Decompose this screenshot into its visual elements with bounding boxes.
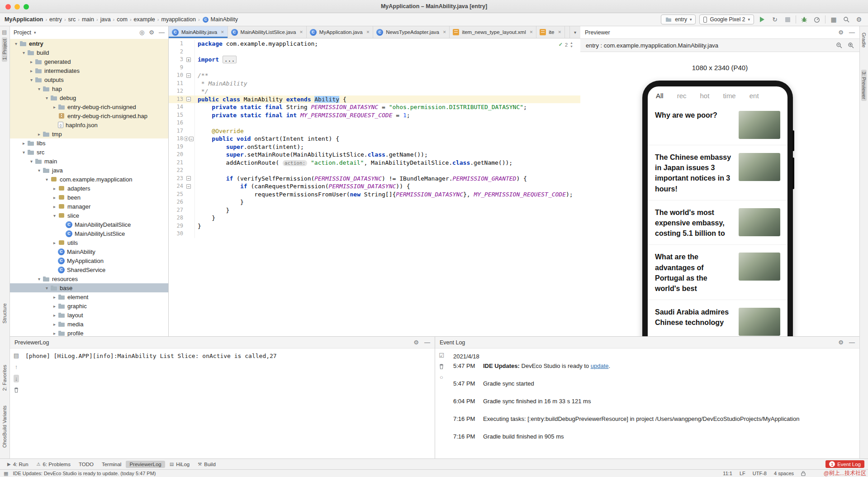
tree-toggle-icon[interactable]: ▾ — [20, 50, 27, 55]
breadcrumb-item[interactable]: java — [100, 16, 111, 23]
code-line[interactable]: 25 requestPermissionsFromUser(new String… — [169, 191, 580, 199]
toolwindow-button-terminal[interactable]: Terminal — [98, 461, 125, 468]
breadcrumb-item[interactable]: src — [68, 16, 76, 23]
breadcrumb-item[interactable]: myapplication — [161, 16, 196, 23]
toolwindow-button-4-run[interactable]: ▶4: Run — [4, 461, 32, 468]
settings-gear-icon[interactable]: ⚙ — [149, 29, 154, 36]
tree-item[interactable]: ▾com.example.myapplication — [10, 175, 168, 184]
breadcrumb-item[interactable]: com — [117, 16, 128, 23]
tree-item[interactable]: ▾build — [10, 48, 168, 57]
tree-item[interactable]: CSharedService — [10, 265, 168, 274]
code-line[interactable]: 23− if (verifySelfPermission(PERMISSION_… — [169, 175, 580, 183]
close-window-button[interactable] — [5, 4, 11, 10]
code-line[interactable]: 2 — [169, 48, 580, 56]
next-issue-icon[interactable]: ▼ — [570, 45, 573, 48]
run-button[interactable] — [758, 15, 767, 24]
tree-toggle-icon[interactable]: ▸ — [36, 132, 43, 137]
tree-toggle-icon[interactable]: ▾ — [20, 150, 27, 155]
settings-gear-icon[interactable]: ⚙ — [854, 15, 863, 24]
fold-icon[interactable]: − — [186, 97, 191, 101]
code-line[interactable]: 21 addActionRoute( action: "action.detai… — [169, 159, 580, 167]
code-line[interactable]: 17 @Override — [169, 127, 580, 135]
tree-item[interactable]: ▸utils — [10, 238, 168, 247]
line-ending-indicator[interactable]: LF — [740, 471, 745, 476]
tree-item[interactable]: ▾outputs — [10, 75, 168, 84]
tree-toggle-icon[interactable]: ▸ — [51, 105, 58, 110]
scroll-up-icon[interactable]: ↑ — [15, 363, 18, 370]
toolwindow-button-event-log[interactable]: 1 Event Log — [825, 460, 864, 468]
toolwindow-button-todo[interactable]: TODO — [75, 461, 97, 468]
code-line[interactable]: 14 private static final String PERMISSIO… — [169, 103, 580, 111]
tree-item[interactable]: ▾entry — [10, 39, 168, 48]
code-line[interactable]: 28 } — [169, 214, 580, 222]
breadcrumb-item[interactable]: CMainAbility — [202, 16, 238, 23]
status-message[interactable]: IDE Updates: DevEco Studio is ready to u… — [13, 471, 156, 476]
tree-item[interactable]: ▸entry-debug-rich-unsigned — [10, 102, 168, 111]
code-line[interactable]: 10−/** — [169, 72, 580, 80]
tree-toggle-icon[interactable]: ▸ — [51, 322, 58, 327]
editor-tab[interactable]: CMainAbility.java✕ — [169, 26, 228, 38]
toolwindow-button-gradle[interactable]: Gradle — [861, 33, 867, 48]
tree-toggle-icon[interactable]: ▸ — [51, 331, 58, 336]
tree-toggle-icon[interactable]: ▸ — [51, 313, 58, 318]
lock-icon[interactable] — [801, 471, 806, 476]
tree-item[interactable]: ▾hap — [10, 84, 168, 93]
code-editor[interactable]: 1package com.example.myapplication;23+im… — [169, 38, 580, 336]
code-line[interactable]: 13−public class MainAbility extends Abil… — [169, 95, 580, 104]
breadcrumb-item[interactable]: entry — [49, 16, 62, 23]
editor-tab[interactable]: item_news_type_layout.xml✕ — [450, 26, 536, 38]
tree-toggle-icon[interactable]: ▸ — [51, 295, 58, 300]
tree-toggle-icon[interactable]: ▸ — [51, 240, 58, 245]
editor-tab[interactable]: CNewsTypeAdapter.java✕ — [373, 26, 450, 38]
inspections-widget[interactable]: ✓ 2 ▲▼ — [559, 41, 573, 48]
quick-access-icon[interactable]: ▦ — [4, 471, 8, 477]
tree-toggle-icon[interactable]: ▸ — [20, 141, 27, 146]
filter-icon[interactable]: ▤ — [14, 352, 19, 359]
code-line[interactable]: 16 — [169, 119, 580, 127]
news-item[interactable]: What are the advantages of Portugal as t… — [648, 245, 787, 300]
fold-icon[interactable]: + — [186, 57, 191, 62]
tree-item[interactable]: ▾slice — [10, 211, 168, 220]
tab-overflow-chevron-icon[interactable]: ▾ — [569, 26, 580, 38]
code-line[interactable]: 20 super.setMainRoute(MainAbilityListSli… — [169, 151, 580, 159]
code-line[interactable]: 3+import ... — [169, 56, 580, 64]
search-icon[interactable] — [842, 15, 851, 24]
code-line[interactable]: 29} — [169, 222, 580, 230]
toolwindow-button-project[interactable]: 1: Project — [2, 37, 7, 62]
close-icon[interactable]: ✕ — [558, 30, 561, 34]
tree-toggle-icon[interactable]: ▾ — [51, 213, 58, 218]
tree-item[interactable]: ▾resources — [10, 274, 168, 283]
mark-all-read-icon[interactable]: ☑ — [439, 352, 444, 359]
scroll-to-end-icon[interactable]: ↓ — [14, 375, 19, 382]
news-item[interactable]: The Chinese embassy in Japan issues 3 im… — [648, 145, 787, 200]
tree-toggle-icon[interactable]: ▸ — [51, 204, 58, 209]
toolwindow-button-structure[interactable]: Structure — [2, 303, 7, 324]
caret-position[interactable]: 11:1 — [723, 471, 732, 476]
previewer-log-output[interactable]: [phone] [HiLog.APP][info]:MainAbility Li… — [23, 348, 435, 458]
tree-toggle-icon[interactable]: ▾ — [36, 86, 43, 91]
indent-indicator[interactable]: 4 spaces — [774, 471, 794, 476]
debug-button[interactable] — [800, 15, 809, 24]
code-line[interactable]: 24− if (canRequestPermission(PERMISSION_… — [169, 182, 580, 191]
code-line[interactable]: 9 — [169, 64, 580, 72]
code-line[interactable]: 26 } — [169, 198, 580, 206]
phone-tab[interactable]: hot — [700, 92, 710, 100]
settings-gear-icon[interactable]: ⚙ — [838, 339, 844, 346]
update-link[interactable]: update — [591, 363, 609, 369]
profiler-button[interactable] — [812, 15, 821, 24]
tree-item[interactable]: ▸adapters — [10, 184, 168, 193]
tree-toggle-icon[interactable]: ▾ — [36, 277, 43, 281]
news-item[interactable]: Saudi Arabia admires Chinese technology — [648, 300, 787, 336]
tree-item[interactable]: ▾base — [10, 283, 168, 292]
phone-tab[interactable]: rec — [677, 92, 687, 100]
tree-toggle-icon[interactable]: ▾ — [36, 168, 43, 173]
tree-item[interactable]: ▾java — [10, 166, 168, 175]
tree-item[interactable]: ▾src — [10, 148, 168, 157]
tree-toggle-icon[interactable]: ▸ — [51, 304, 58, 309]
close-icon[interactable]: ✕ — [443, 30, 446, 34]
tree-item[interactable]: CMainAbility — [10, 247, 168, 256]
tree-item[interactable]: ▾debug — [10, 93, 168, 102]
tree-item[interactable]: CMainAbilityDetailSlice — [10, 220, 168, 229]
device-select[interactable]: Google Pixel 2 ▾ — [699, 14, 754, 24]
toolwindow-button-favorites[interactable]: 2: Favorites — [2, 365, 7, 391]
